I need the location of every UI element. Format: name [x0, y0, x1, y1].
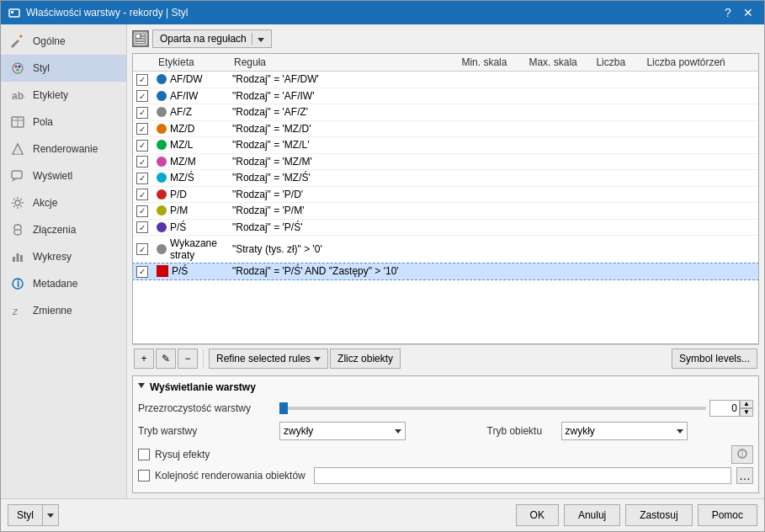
- row-label-text: Wykazane straty: [170, 237, 226, 261]
- sidebar-item-pola[interactable]: Pola: [1, 109, 126, 136]
- transparency-input[interactable]: [709, 400, 740, 417]
- color-dot: [157, 74, 167, 84]
- apply-button[interactable]: Zastosuj: [625, 504, 692, 526]
- row-checkbox[interactable]: [136, 140, 148, 152]
- table-row[interactable]: Wykazane straty"Straty (tys. zł)" > '0': [133, 236, 758, 263]
- row-checkbox[interactable]: [136, 107, 148, 119]
- row-checkbox-cell: [133, 72, 153, 88]
- transparency-slider-thumb[interactable]: [279, 402, 288, 414]
- sidebar-item-etykiety[interactable]: abc Etykiety: [1, 82, 126, 109]
- row-checkbox[interactable]: [136, 90, 148, 102]
- table-header-row: Etykieta Reguła Min. skala Max. skala Li…: [133, 54, 758, 72]
- row-checkbox-cell: [133, 170, 153, 187]
- table-row[interactable]: P/M"Rodzaj" = 'P/M': [133, 203, 758, 220]
- transparency-control: ▲ ▼: [279, 400, 753, 417]
- row-checkbox[interactable]: [136, 189, 148, 200]
- symbol-levels-button[interactable]: Symbol levels...: [672, 348, 757, 369]
- row-checkbox[interactable]: [136, 205, 148, 217]
- table-row[interactable]: AF/DW"Rodzaj" = 'AF/DW': [133, 72, 758, 88]
- sidebar-item-renderowanie[interactable]: Renderowanie: [1, 136, 126, 162]
- table-row[interactable]: AF/IW"Rodzaj" = 'AF/IW': [133, 88, 758, 104]
- draw-effects-label: Rysuj efekty: [155, 449, 210, 460]
- render-order-dots-button[interactable]: …: [736, 467, 753, 484]
- refine-label: Refine selected rules: [216, 353, 311, 364]
- row-checkbox[interactable]: [136, 123, 148, 135]
- blend-mode-select[interactable]: zwykły: [279, 422, 406, 440]
- svg-rect-24: [13, 257, 15, 262]
- row-checkbox-cell: [133, 219, 153, 236]
- table-row[interactable]: P/D"Rodzaj" = 'P/D': [133, 186, 758, 203]
- palette-icon: [9, 60, 26, 77]
- help-bottom-button[interactable]: Pomoc: [698, 504, 757, 526]
- row-rule-cell: "Rodzaj" = 'AF/DW': [229, 72, 456, 88]
- spinner-down[interactable]: ▼: [740, 408, 753, 417]
- table-row[interactable]: MZ/L"Rodzaj" = 'MZ/L': [133, 137, 758, 154]
- svg-point-39: [741, 455, 743, 457]
- sidebar-item-wyswietl[interactable]: Wyświetl: [1, 162, 126, 189]
- draw-effects-settings-button[interactable]: [731, 445, 753, 464]
- sidebar-item-wykresy[interactable]: Wykresy: [1, 243, 126, 270]
- row-checkbox[interactable]: [136, 266, 148, 278]
- transparency-row: Przezroczystość warstwy ▲ ▼: [138, 400, 753, 417]
- row-label-cell: Wykazane straty: [153, 236, 229, 263]
- table-row[interactable]: P/Ś"Rodzaj" = 'P/Ś' AND "Zastępy" > '10': [133, 263, 758, 280]
- edit-rule-button[interactable]: ✎: [156, 348, 176, 369]
- help-button[interactable]: ?: [719, 4, 737, 21]
- style-arrow-button[interactable]: [42, 504, 59, 526]
- sidebar-item-zlaczenia[interactable]: Złączenia: [1, 216, 126, 243]
- transparency-slider-track: [279, 407, 706, 410]
- row-checkbox[interactable]: [136, 221, 148, 233]
- row-label-content: P/Ś: [157, 221, 226, 233]
- row-min-skala-cell: [456, 203, 523, 220]
- row-rule-cell: "Rodzaj" = 'AF/Z': [229, 104, 456, 121]
- style-main-button[interactable]: Styl: [8, 504, 42, 526]
- table-row[interactable]: MZ/M"Rodzaj" = 'MZ/M': [133, 153, 758, 170]
- right-panel: Oparta na regułach Etykieta Reguła Min. …: [127, 24, 764, 498]
- sidebar-item-akcje[interactable]: Akcje: [1, 189, 126, 216]
- delete-rule-button[interactable]: −: [178, 348, 198, 369]
- row-checkbox-cell: [133, 120, 153, 137]
- count-objects-button[interactable]: Zlicz obiekty: [330, 348, 401, 369]
- blend-mode-row: Tryb warstwy zwykły Tryb obiektu zwykły: [138, 422, 753, 440]
- sidebar-item-zmienne[interactable]: z Zmienne: [1, 297, 126, 324]
- bottom-bar: Styl OK Anuluj Zastosuj Pomoc: [1, 498, 764, 531]
- table-row[interactable]: P/Ś"Rodzaj" = 'P/Ś': [133, 219, 758, 236]
- layer-display-header: Wyświetlanie warstwy: [138, 381, 753, 393]
- refine-button[interactable]: Refine selected rules: [209, 348, 328, 369]
- row-checkbox[interactable]: [136, 74, 148, 86]
- row-label-content: MZ/Ś: [157, 172, 226, 184]
- row-label-content: MZ/M: [157, 156, 226, 168]
- ok-button[interactable]: OK: [516, 504, 559, 526]
- row-checkbox[interactable]: [136, 156, 148, 168]
- object-blend-select[interactable]: zwykły: [561, 422, 688, 440]
- sidebar-item-styl[interactable]: Styl: [1, 55, 126, 82]
- table-row[interactable]: MZ/D"Rodzaj" = 'MZ/D': [133, 120, 758, 137]
- row-rule-cell: "Rodzaj" = 'P/Ś' AND "Zastępy" > '10': [229, 263, 456, 280]
- draw-effects-checkbox[interactable]: [138, 449, 150, 460]
- render-order-checkbox[interactable]: [138, 470, 150, 481]
- row-max-skala-cell: [523, 120, 591, 137]
- style-type-dropdown[interactable]: Oparta na regułach: [152, 29, 272, 48]
- toolbar-separator: [203, 349, 204, 368]
- render-order-textbox[interactable]: [314, 467, 731, 484]
- row-max-skala-cell: [523, 236, 591, 263]
- add-rule-button[interactable]: +: [134, 348, 154, 369]
- svg-point-17: [12, 202, 13, 204]
- main-content: Ogólne Styl abc Etykiety Pola: [1, 24, 764, 498]
- table-row[interactable]: AF/Z"Rodzaj" = 'AF/Z': [133, 104, 758, 121]
- cancel-button[interactable]: Anuluj: [564, 504, 620, 526]
- close-button[interactable]: ✕: [739, 4, 757, 21]
- abc-icon: abc: [9, 87, 26, 104]
- row-label-text: MZ/M: [170, 156, 196, 168]
- row-rule-cell: "Straty (tys. zł)" > '0': [229, 236, 456, 263]
- row-max-skala-cell: [523, 72, 591, 88]
- row-checkbox[interactable]: [136, 243, 148, 255]
- row-label-text: MZ/Ś: [170, 172, 194, 184]
- object-blend-control: zwykły: [561, 422, 754, 440]
- table-row[interactable]: MZ/Ś"Rodzaj" = 'MZ/Ś': [133, 170, 758, 187]
- row-liczba-cell: [591, 104, 641, 121]
- sidebar-item-ogolne[interactable]: Ogólne: [1, 28, 126, 55]
- spinner-up[interactable]: ▲: [740, 400, 753, 408]
- row-checkbox[interactable]: [136, 173, 148, 184]
- sidebar-item-metadane[interactable]: i Metadane: [1, 270, 126, 297]
